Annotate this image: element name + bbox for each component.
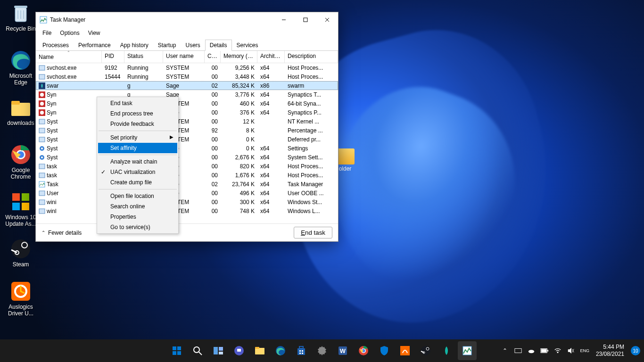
tab-users[interactable]: Users [181, 40, 205, 51]
taskbar-clock[interactable]: 5:44 PM 23/08/2021 [596, 344, 624, 358]
close-button[interactable] [316, 12, 338, 27]
steam-button[interactable] [416, 341, 435, 360]
desktop-icon-label: Google Chrome [3, 167, 39, 180]
word-button[interactable]: W [333, 341, 352, 360]
tray-wifi-icon[interactable] [553, 346, 562, 355]
tab-details[interactable]: Details [205, 40, 232, 51]
table-row[interactable]: SystgSYSTEM928 KPercentage ... [36, 126, 338, 135]
notification-badge[interactable]: 10 [631, 346, 640, 355]
tray-overflow-icon[interactable]: ⌃ [501, 346, 509, 355]
desktop-icon-downloads[interactable]: downloads [3, 96, 39, 126]
menu-file[interactable]: File [39, 28, 55, 38]
cell-name: User [47, 190, 58, 197]
cell-memory: 3,776 K [221, 91, 257, 99]
context-menu-provide-feedback[interactable]: Provide feedback [98, 119, 177, 129]
context-menu-set-affinity[interactable]: Set affinity [98, 143, 177, 153]
svg-rect-43 [39, 173, 45, 178]
col-name[interactable]: Name⌃ [36, 51, 102, 63]
table-row[interactable]: SystdedSage000 Kx64Settings [36, 144, 338, 153]
window-title: Task Manager [50, 16, 273, 23]
chrome-button[interactable] [354, 341, 373, 360]
desktop-icon-google-chrome[interactable]: Google Chrome [3, 143, 39, 180]
desktop-icon-label: Recycle Bin [3, 25, 39, 32]
fewer-details-toggle[interactable]: ⌃ Fewer details [41, 230, 82, 236]
col-pid[interactable]: PID [102, 51, 124, 63]
task-view-button[interactable] [209, 341, 228, 360]
svg-point-75 [421, 346, 430, 355]
table-row[interactable]: swargSage0285,324 Kx86swarm [36, 81, 338, 90]
context-menu-analyze-wait-chain[interactable]: Analyze wait chain [98, 156, 177, 167]
titlebar[interactable]: Task Manager [36, 12, 338, 27]
context-menu-end-task[interactable]: End task [98, 98, 177, 108]
tab-services[interactable]: Services [232, 40, 263, 51]
process-icon [39, 82, 45, 89]
desktop-icon-recycle-bin[interactable]: Recycle Bin [3, 2, 39, 32]
table-row[interactable]: svchost.exe15444RunningSYSTEM003,448 Kx6… [36, 72, 338, 81]
store-button[interactable] [292, 341, 311, 360]
col-user[interactable]: User name [163, 51, 205, 63]
menu-view[interactable]: View [84, 28, 104, 38]
table-row[interactable]: taskgSage00820 Kx64Host Proces... [36, 162, 338, 171]
col-arch[interactable]: Archite... [257, 51, 285, 63]
desktop-icon-microsoft-edge[interactable]: Microsoft Edge [3, 49, 39, 86]
col-status[interactable]: Status [124, 51, 163, 63]
grid-header[interactable]: Name⌃ PID Status User name CPU Memory (a… [36, 51, 338, 63]
maximize-button[interactable] [295, 12, 316, 27]
table-row[interactable]: taskgSage001,676 Kx64Host Proces... [36, 171, 338, 180]
end-task-button[interactable]: End task [294, 227, 332, 239]
table-row[interactable]: SyngSage003,776 Kx64Synaptics T... [36, 90, 338, 99]
start-button[interactable] [167, 341, 186, 360]
menu-options[interactable]: Options [56, 28, 83, 38]
cell-name: Syst [47, 118, 58, 125]
chat-button[interactable] [230, 341, 248, 360]
app-orange-button[interactable] [396, 341, 414, 360]
minimize-button[interactable] [273, 12, 295, 27]
table-row[interactable]: winigSYSTEM00300 Kx64Windows St... [36, 197, 338, 206]
col-desc[interactable]: Description [285, 51, 338, 63]
table-row[interactable]: SyngSage00376 Kx64Synaptics P... [36, 108, 338, 117]
context-menu-uac-virtualization[interactable]: ✓UAC virtualization [98, 167, 177, 177]
table-row[interactable]: TaskgSage0223,764 Kx64Task Manager [36, 180, 338, 189]
context-menu-search-online[interactable]: Search online [98, 201, 177, 212]
col-cpu[interactable]: CPU [205, 51, 221, 63]
desktop-icon-auslogics-driver-u-[interactable]: Auslogics Driver U... [3, 280, 39, 317]
table-row[interactable]: winlgSYSTEM00748 Kx64Windows L... [36, 206, 338, 215]
table-row[interactable]: svchost.exe9192RunningSYSTEM009,256 Kx64… [36, 63, 338, 72]
context-menu-open-file-location[interactable]: Open file location [98, 191, 177, 201]
security-button[interactable] [375, 341, 394, 360]
cell-desc: Windows L... [285, 207, 338, 215]
table-row[interactable]: UsergSage00496 Kx64User OOBE ... [36, 189, 338, 197]
taskmgr-taskbar-button[interactable] [458, 341, 477, 360]
tray-keyboard-icon[interactable] [514, 346, 522, 355]
desktop-icon-steam[interactable]: Steam [3, 238, 39, 268]
app-teal-button[interactable] [437, 341, 456, 360]
context-menu-create-dump-file[interactable]: Create dump file [98, 177, 177, 188]
cell-desc: Synaptics T... [285, 91, 338, 99]
tab-processes[interactable]: Processes [38, 40, 74, 51]
tray-volume-icon[interactable] [567, 346, 575, 355]
context-menu-end-process-tree[interactable]: End process tree [98, 108, 177, 119]
table-row[interactable]: SystgSage002,676 Kx64System Sett... [36, 153, 338, 162]
table-row[interactable]: SystgSYSTEM000 KDeferred pr... [36, 135, 338, 144]
cell-cpu: 00 [205, 64, 221, 72]
desktop-icon-windows-10-update-as-[interactable]: Windows 10 Update As... [3, 190, 39, 227]
tab-app-history[interactable]: App history [116, 40, 153, 51]
tab-performance[interactable]: Performance [74, 40, 116, 51]
cell-cpu: 00 [205, 136, 221, 143]
settings-button[interactable] [313, 341, 331, 360]
svg-rect-48 [173, 346, 176, 350]
tray-language-icon[interactable]: ENG [580, 346, 589, 355]
context-menu-properties[interactable]: Properties [98, 212, 177, 222]
tab-startup[interactable]: Startup [153, 40, 181, 51]
table-row[interactable]: SyngSYSTEM00460 Kx6464-bit Syna... [36, 99, 338, 108]
tray-battery-icon[interactable] [540, 346, 549, 355]
svg-point-15 [11, 239, 30, 258]
search-button[interactable] [188, 341, 207, 360]
context-menu-go-to-service-s-[interactable]: Go to service(s) [98, 222, 177, 232]
tray-onedrive-icon[interactable] [527, 346, 536, 355]
explorer-button[interactable] [250, 341, 269, 360]
table-row[interactable]: SystgSYSTEM0012 KNT Kernel ... [36, 117, 338, 126]
edge-button[interactable] [271, 341, 290, 360]
context-menu-set-priority[interactable]: Set priority▶ [98, 132, 177, 143]
col-memory[interactable]: Memory (a... [221, 51, 257, 63]
